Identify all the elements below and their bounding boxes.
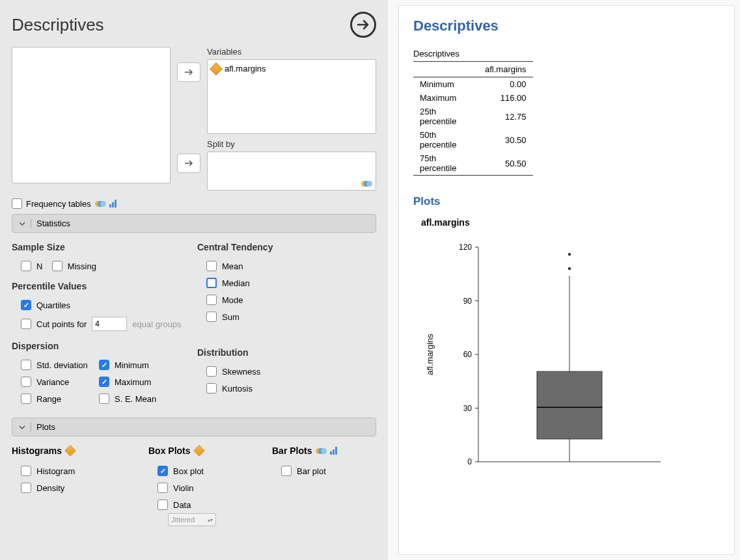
density-checkbox[interactable] <box>21 483 31 493</box>
range-checkbox[interactable] <box>21 393 31 404</box>
svg-text:60: 60 <box>463 350 473 359</box>
percentile-title: Percentile Values <box>12 281 191 291</box>
barplot-checkbox[interactable] <box>281 466 292 476</box>
svg-text:afl.margins: afl.margins <box>425 334 435 375</box>
jitter-select[interactable]: Jittered▴▾ <box>168 513 216 526</box>
statistics-section-label: Statistics <box>36 219 70 228</box>
output-title: Descriptives <box>413 18 720 34</box>
move-to-variables-button[interactable] <box>177 62 200 82</box>
data-checkbox[interactable] <box>158 500 168 510</box>
maximum-checkbox[interactable] <box>99 377 109 387</box>
variable-name: afl.margins <box>225 64 266 73</box>
svg-rect-15 <box>537 371 602 439</box>
sum-checkbox[interactable] <box>206 312 217 322</box>
ordinal-icon <box>330 447 337 455</box>
dispersion-title: Dispersion <box>12 341 191 351</box>
nominal-icon <box>316 447 326 455</box>
histogram-checkbox[interactable] <box>21 466 31 476</box>
minimum-checkbox[interactable] <box>99 360 109 370</box>
plots-section-toggle[interactable]: Plots <box>12 418 376 436</box>
move-to-split-button[interactable] <box>177 153 200 173</box>
svg-text:0: 0 <box>467 457 472 466</box>
run-button[interactable] <box>350 12 376 38</box>
central-tendency-title: Central Tendency <box>197 242 376 252</box>
cut-points-checkbox[interactable] <box>21 319 31 329</box>
results-panel: Descriptives Descriptives afl.margins Mi… <box>388 0 740 560</box>
split-by-list[interactable] <box>207 152 376 191</box>
table-row: 25th percentile12.75 <box>413 105 533 128</box>
frequency-tables-checkbox[interactable] <box>12 198 22 209</box>
continuous-icon <box>64 445 76 457</box>
boxplot-checkbox[interactable] <box>158 466 168 476</box>
continuous-icon <box>210 62 223 75</box>
kurtosis-checkbox[interactable] <box>206 383 217 393</box>
variance-checkbox[interactable] <box>21 377 31 387</box>
mode-checkbox[interactable] <box>206 295 217 305</box>
chevron-down-icon <box>19 424 25 431</box>
plots-heading: Plots <box>413 195 720 208</box>
arrow-right-icon <box>184 68 193 76</box>
frequency-tables-label: Frequency tables <box>26 199 91 209</box>
table-row: 75th percentile50.50 <box>413 152 533 176</box>
table-row: Minimum0.00 <box>413 77 533 92</box>
variables-label: Variables <box>207 47 376 57</box>
arrow-right-icon <box>355 17 371 33</box>
nominal-icon <box>95 200 105 207</box>
table-row: Maximum116.00 <box>413 91 533 105</box>
sample-size-title: Sample Size <box>12 242 191 252</box>
continuous-icon <box>193 445 205 457</box>
svg-point-17 <box>568 267 571 270</box>
distribution-title: Distribution <box>197 347 376 358</box>
source-variables-list[interactable] <box>12 47 171 183</box>
plots-section-label: Plots <box>36 422 55 432</box>
violin-checkbox[interactable] <box>158 483 168 493</box>
table-column-header: afl.margins <box>478 62 533 77</box>
skewness-checkbox[interactable] <box>206 366 217 377</box>
options-panel: Descriptives Variables afl.margi <box>0 0 388 560</box>
std-checkbox[interactable] <box>21 360 31 370</box>
split-by-label: Split by <box>207 139 376 149</box>
descriptives-table: afl.margins Minimum0.00Maximum116.0025th… <box>413 61 533 176</box>
missing-checkbox[interactable] <box>52 261 62 271</box>
se-mean-checkbox[interactable] <box>99 393 109 404</box>
chevron-down-icon <box>19 220 25 227</box>
statistics-section-toggle[interactable]: Statistics <box>12 214 376 233</box>
nominal-icon <box>361 180 372 187</box>
n-checkbox[interactable] <box>21 261 31 271</box>
variable-item[interactable]: afl.margins <box>212 64 372 73</box>
plot-variable-title: afl.margins <box>413 217 720 228</box>
arrow-right-icon <box>184 159 193 167</box>
svg-text:120: 120 <box>459 243 472 252</box>
mean-checkbox[interactable] <box>206 261 217 271</box>
svg-text:30: 30 <box>463 404 473 413</box>
cut-points-input[interactable] <box>92 317 127 331</box>
median-checkbox[interactable] <box>206 278 217 288</box>
svg-text:90: 90 <box>463 297 473 306</box>
panel-title: Descriptives <box>12 15 104 35</box>
variables-list[interactable]: afl.margins <box>207 59 376 134</box>
table-row: 50th percentile30.50 <box>413 128 533 152</box>
ordinal-icon <box>109 200 116 207</box>
quartiles-checkbox[interactable] <box>21 300 31 310</box>
svg-point-18 <box>568 253 571 256</box>
boxplot-chart: 0306090120afl.margins <box>413 234 674 481</box>
output-table-title: Descriptives <box>413 49 720 59</box>
